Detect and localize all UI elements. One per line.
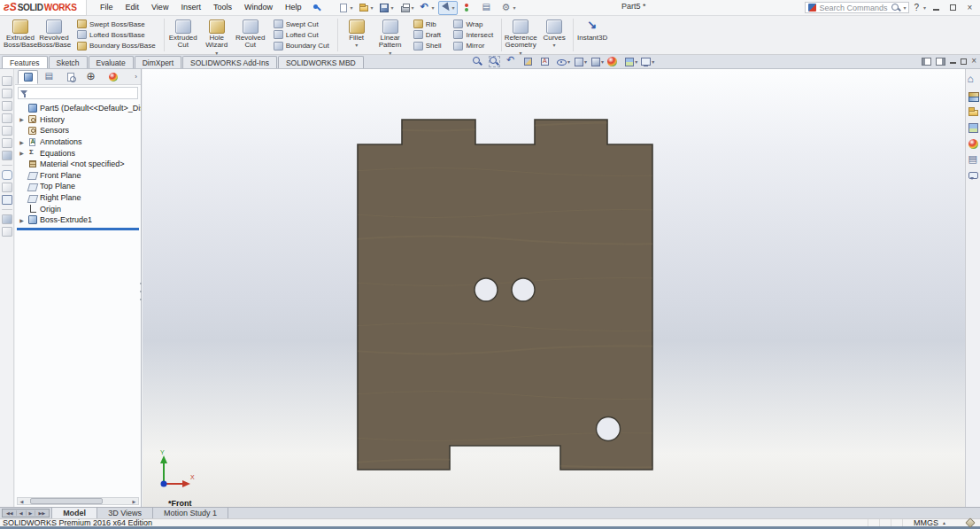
expand-arrow-icon[interactable]: ▶	[19, 116, 25, 122]
view-toolbar-icon[interactable]	[2, 209, 12, 210]
view-tool-button[interactable]: ▾	[505, 56, 521, 67]
view-toolbar-icon[interactable]	[2, 165, 12, 166]
tree-item[interactable]: ▶ Origin	[15, 203, 141, 214]
ribbon-button[interactable]: Fillet ▾	[340, 17, 374, 53]
doc-close-icon[interactable]: ×	[971, 57, 976, 66]
tree-filter[interactable]	[18, 87, 138, 99]
doc-minimize-icon[interactable]	[950, 62, 956, 64]
quick-access-button[interactable]: ▾	[438, 1, 458, 15]
tab-featuremanager[interactable]	[18, 70, 38, 84]
ribbon-button[interactable]: Curves ▾	[537, 17, 571, 53]
ribbon-button[interactable]: Hole Wizard ▾	[200, 17, 234, 53]
view-tool-button[interactable]: ▾	[589, 56, 605, 67]
view-tool-button[interactable]: ▾	[572, 56, 588, 67]
ribbon-button[interactable]: Wrap	[451, 19, 496, 29]
scroll-right-icon[interactable]: ▶	[130, 499, 138, 504]
ribbon-button[interactable]: Intersect	[451, 29, 496, 40]
view-toolbar-icon[interactable]	[2, 76, 12, 86]
view-toolbar-icon[interactable]	[2, 227, 12, 237]
ribbon-button[interactable]: Revolved Boss/Base ▾	[37, 17, 71, 53]
tab-configurationmanager[interactable]	[60, 70, 81, 84]
tree-item[interactable]: ▶ Equations	[15, 147, 141, 159]
dropdown-caret-icon[interactable]: ▾	[553, 43, 556, 48]
menu-item[interactable]: File	[94, 0, 120, 15]
dropdown-caret-icon[interactable]: ▾	[432, 4, 435, 11]
close-button[interactable]: ×	[963, 2, 976, 13]
tree-item[interactable]: ▶ History	[15, 114, 141, 126]
tab-3d-views[interactable]: 3D Views	[97, 508, 153, 518]
view-tool-button[interactable]: ▾	[622, 56, 638, 67]
ribbon-button[interactable]: Extruded Cut ▾	[166, 17, 200, 53]
dropdown-caret-icon[interactable]: ▾	[601, 58, 604, 65]
dropdown-caret-icon[interactable]: ▾	[584, 58, 587, 65]
view-tool-button[interactable]: ▾	[488, 56, 504, 67]
ribbon-button[interactable]: Extruded Boss/Base ▾	[4, 17, 37, 53]
tree-horizontal-scrollbar[interactable]: ◀ ▶	[17, 497, 139, 505]
quick-access-button[interactable]: ▾	[459, 1, 478, 15]
expand-arrow-icon[interactable]: ▶	[19, 139, 25, 145]
ribbon-button[interactable]: Lofted Cut	[271, 29, 332, 40]
view-tool-button[interactable]: ▾	[606, 56, 621, 67]
ribbon-button[interactable]: Lofted Boss/Base	[74, 29, 158, 40]
tree-item[interactable]: ▶ Front Plane	[15, 170, 141, 182]
tree-item[interactable]: ▶ Top Plane	[15, 181, 141, 192]
view-toolbar-icon[interactable]	[2, 183, 12, 192]
unit-system-selector[interactable]: MMGS ▲	[902, 519, 957, 526]
dropdown-caret-icon[interactable]: ▾	[390, 4, 393, 11]
next-tab-icon[interactable]: ▶	[27, 510, 36, 516]
ribbon-button[interactable]: Instant3D ▾	[575, 17, 609, 53]
part-model[interactable]	[143, 69, 965, 507]
menu-item[interactable]: Tools	[207, 0, 238, 15]
quick-access-button[interactable]: ▾	[376, 1, 396, 15]
view-toolbar-icon[interactable]	[2, 214, 12, 224]
dropdown-caret-icon[interactable]: ▾	[513, 4, 516, 11]
rollback-bar[interactable]	[17, 228, 139, 230]
dropdown-caret-icon[interactable]: ▾	[350, 4, 352, 11]
ribbon-button[interactable]: Shell	[411, 41, 444, 51]
view-toolbar-icon[interactable]	[2, 151, 12, 160]
menu-item[interactable]: Edit	[120, 0, 146, 15]
dropdown-caret-icon[interactable]: ▾	[355, 43, 358, 48]
tag-icon[interactable]	[966, 518, 975, 527]
tree-root-item[interactable]: Part5 (Default<<Default>_Display State 1…	[15, 103, 141, 114]
tab-features[interactable]: Features	[2, 56, 48, 68]
tab-propertymanager[interactable]	[39, 70, 59, 84]
task-pane-icon[interactable]	[968, 90, 979, 102]
task-pane-icon[interactable]	[968, 122, 979, 134]
panel-splitter-handle[interactable]	[139, 280, 143, 303]
task-pane-icon[interactable]	[968, 74, 979, 86]
tab-solidworks-mbd[interactable]: SOLIDWORKS MBD	[278, 56, 364, 68]
view-tool-button[interactable]: ▾	[538, 56, 554, 67]
last-tab-icon[interactable]: ▶▶	[35, 510, 48, 516]
view-toolbar-icon[interactable]	[2, 195, 12, 205]
quick-access-button[interactable]: ▾	[336, 1, 355, 15]
tab-dimxpertmanager[interactable]	[81, 70, 102, 84]
task-pane-icon[interactable]	[968, 154, 979, 166]
tab-dimxpert[interactable]: DimXpert	[135, 56, 181, 68]
ribbon-button[interactable]: Linear Pattern ▾	[374, 17, 407, 53]
tab-displaymanager[interactable]	[103, 70, 123, 84]
quick-access-button[interactable]: ▾	[499, 1, 519, 15]
tab-motion-study[interactable]: Motion Study 1	[153, 508, 228, 518]
viewport[interactable]: Y X *Front	[143, 69, 965, 507]
search-dropdown-caret-icon[interactable]: ▾	[903, 4, 906, 11]
tab-sketch[interactable]: Sketch	[49, 56, 88, 68]
expand-arrow-icon[interactable]: ▶	[19, 150, 25, 156]
doc-restore-icon[interactable]	[961, 58, 967, 65]
tree-tabs-overflow-button[interactable]: ›	[135, 73, 137, 81]
pin-menu-icon[interactable]	[313, 4, 321, 12]
menu-item[interactable]: Window	[238, 0, 279, 15]
view-toolbar-icon[interactable]	[2, 170, 12, 180]
dropdown-caret-icon[interactable]: ▾	[652, 58, 654, 65]
quick-access-button[interactable]: ▾	[418, 1, 437, 15]
view-tool-button[interactable]: ▾	[471, 56, 487, 67]
view-toolbar-icon[interactable]	[2, 101, 12, 111]
help-button[interactable]: ?	[913, 3, 920, 12]
expand-arrow-icon[interactable]: ▶	[19, 217, 25, 223]
dropdown-caret-icon[interactable]: ▾	[412, 4, 414, 11]
view-tool-button[interactable]: ▾	[555, 56, 571, 67]
ribbon-button[interactable]: Boundary Boss/Base	[74, 41, 158, 51]
view-tool-button[interactable]: ▾	[639, 56, 655, 67]
view-tool-button[interactable]: ▾	[521, 56, 537, 67]
search-commands-box[interactable]: Search Commands ▾	[805, 2, 909, 13]
